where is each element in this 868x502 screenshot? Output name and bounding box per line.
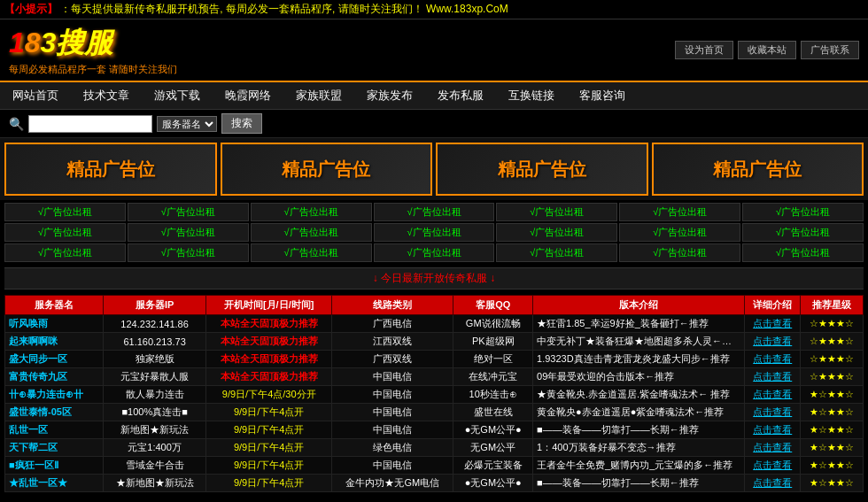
ad-banner-1[interactable]: 精品广告位 xyxy=(4,143,217,196)
th-time: 开机时间[月/日/时间] xyxy=(206,296,332,315)
search-type-select[interactable]: 服务器名 服务器IP xyxy=(157,116,217,132)
ad-cell-20[interactable]: √广告位出租 xyxy=(742,243,864,262)
nav-exchange[interactable]: 互换链接 xyxy=(496,82,567,109)
nav-clan-publish[interactable]: 家族发布 xyxy=(354,82,425,109)
ad-cell-9[interactable]: √广告位出租 xyxy=(251,223,372,242)
ad-cell-8[interactable]: √广告位出租 xyxy=(128,223,249,242)
server-name-2[interactable]: 盛大同步一区 xyxy=(5,351,104,368)
header-right: 设为首页 收藏本站 广告联系 xyxy=(675,41,859,59)
server-stars-6: ★☆★★☆ xyxy=(801,421,864,439)
server-ip-8: 雪域金牛合击 xyxy=(104,457,206,475)
th-view: 详细介绍 xyxy=(745,296,801,315)
ad-cell-0[interactable]: √广告位出租 xyxy=(4,203,126,221)
server-desc-5: 黄金靴央●赤金道遥居●紫金嗜魂法术←推荐 xyxy=(533,404,745,421)
server-view-4[interactable]: 点击查看 xyxy=(745,386,801,404)
ad-cell-17[interactable]: √广告位出租 xyxy=(374,243,495,262)
ad-cell-7[interactable]: √广告位出租 xyxy=(4,223,126,242)
set-homepage-button[interactable]: 设为首页 xyxy=(675,41,733,59)
nav-wanxia[interactable]: 晚霞网络 xyxy=(213,82,283,109)
server-view-1[interactable]: 点击查看 xyxy=(745,333,801,351)
ad-cell-6[interactable]: √广告位出租 xyxy=(742,203,864,221)
server-stars-9: ★☆★★☆ xyxy=(801,475,864,492)
nav-bar: 网站首页 技术文章 游戏下载 晚霞网络 家族联盟 家族发布 发布私服 互换链接 … xyxy=(0,81,868,110)
ad-contact-button[interactable]: 广告联系 xyxy=(801,41,859,59)
ad-cell-5[interactable]: √广告位出租 xyxy=(619,203,740,221)
server-view-8[interactable]: 点击查看 xyxy=(745,457,801,475)
ad-section: 精品广告位 精品广告位 精品广告位 精品广告位 xyxy=(0,138,868,200)
ad-cell-18[interactable]: √广告位出租 xyxy=(496,243,617,262)
ad-cell-14[interactable]: √广告位出租 xyxy=(4,243,126,262)
ad-cell-16[interactable]: √广告位出租 xyxy=(251,243,372,262)
server-line-7: 绿色电信 xyxy=(332,439,453,457)
server-qq-4: 10秒连击⊕ xyxy=(453,386,533,404)
server-stars-5: ★☆★★☆ xyxy=(801,404,864,421)
server-ip-6: 新地图★新玩法 xyxy=(104,421,206,439)
table-header-row: 服务器名 服务器IP 开机时间[月/日/时间] 线路类别 客服QQ 版本介绍 详… xyxy=(5,296,864,315)
ad-cell-15[interactable]: √广告位出租 xyxy=(128,243,249,262)
server-name-0[interactable]: 听风唤雨 xyxy=(5,315,104,333)
server-view-2[interactable]: 点击查看 xyxy=(745,351,801,368)
server-view-6[interactable]: 点击查看 xyxy=(745,421,801,439)
logo-text: 183搜服 xyxy=(9,24,177,63)
server-line-3: 中国电信 xyxy=(332,368,453,386)
server-desc-2: 1.9323D真连击青龙雷龙炎龙盛大同步←推荐 xyxy=(533,351,745,368)
ad-cell-12[interactable]: √广告位出租 xyxy=(619,223,740,242)
ad-banner-3[interactable]: 精品广告位 xyxy=(436,143,648,196)
server-line-5: 中国电信 xyxy=(332,404,453,421)
nav-tech[interactable]: 技术文章 xyxy=(71,82,142,109)
ad-grid: √广告位出租√广告位出租√广告位出租√广告位出租√广告位出租√广告位出租√广告位… xyxy=(0,200,868,265)
ad-cell-11[interactable]: √广告位出租 xyxy=(496,223,617,242)
nav-clan[interactable]: 家族联盟 xyxy=(283,82,354,109)
table-row: 乱世一区 新地图★新玩法 9/9日/下午4点开 中国电信 ●无GM公平● ■——… xyxy=(5,421,864,439)
ad-cell-13[interactable]: √广告位出租 xyxy=(742,223,864,242)
server-qq-3: 在线冲元宝 xyxy=(453,368,533,386)
table-row: 天下帮二区 元宝1:400万 9/9日/下午4点开 绿色电信 无GM公平 1：4… xyxy=(5,439,864,457)
ad-banner-row: 精品广告位 精品广告位 精品广告位 精品广告位 xyxy=(4,143,864,196)
server-name-8[interactable]: ■疯狂一区Ⅱ xyxy=(5,457,104,475)
server-ip-3: 元宝好暴散人服 xyxy=(104,368,206,386)
table-row: 盛大同步一区 独家绝版 本站全天固顶极力推荐 广西双线 绝对一区 1.9323D… xyxy=(5,351,864,368)
ad-cell-4[interactable]: √广告位出租 xyxy=(496,203,617,221)
ad-cell-1[interactable]: √广告位出租 xyxy=(128,203,249,221)
server-view-9[interactable]: 点击查看 xyxy=(745,475,801,492)
server-name-7[interactable]: 天下帮二区 xyxy=(5,439,104,457)
ad-cell-10[interactable]: √广告位出租 xyxy=(374,223,495,242)
ad-cell-2[interactable]: √广告位出租 xyxy=(251,203,372,221)
server-ip-7: 元宝1:400万 xyxy=(104,439,206,457)
server-time-1: 本站全天固顶极力推荐 xyxy=(206,333,332,351)
server-desc-7: 1：400万装备好暴不变态→推荐 xyxy=(533,439,745,457)
ad-cell-3[interactable]: √广告位出租 xyxy=(374,203,495,221)
bookmark-button[interactable]: 收藏本站 xyxy=(738,41,796,59)
server-desc-8: 王者金牛全免费_赌博内功_元宝爆的多←推荐 xyxy=(533,457,745,475)
section-title: ↓ 今日最新开放传奇私服 ↓ xyxy=(4,267,864,290)
th-stars: 推荐星级 xyxy=(801,296,864,315)
ad-cell-19[interactable]: √广告位出租 xyxy=(619,243,740,262)
server-view-0[interactable]: 点击查看 xyxy=(745,315,801,333)
nav-home[interactable]: 网站首页 xyxy=(0,82,71,109)
ad-banner-2[interactable]: 精品广告位 xyxy=(221,143,433,196)
server-qq-9: ●无GM公平● xyxy=(453,475,533,492)
server-qq-1: PK超级网 xyxy=(453,333,533,351)
server-ip-5: ■100%真连击■ xyxy=(104,404,206,421)
ad-banner-4[interactable]: 精品广告位 xyxy=(652,143,864,196)
server-name-3[interactable]: 富贵传奇九区 xyxy=(5,368,104,386)
server-time-5: 9/9日/下午4点开 xyxy=(206,404,332,421)
server-name-9[interactable]: ★乱世一区★ xyxy=(5,475,104,492)
server-name-4[interactable]: 卄⊕暴力连击⊕卄 xyxy=(5,386,104,404)
server-view-3[interactable]: 点击查看 xyxy=(745,368,801,386)
server-name-6[interactable]: 乱世一区 xyxy=(5,421,104,439)
server-time-3: 本站全天固顶极力推荐 xyxy=(206,368,332,386)
search-button[interactable]: 搜索 xyxy=(221,113,262,134)
nav-support[interactable]: 客服咨询 xyxy=(567,82,638,109)
search-input[interactable] xyxy=(28,115,152,133)
table-row: ■疯狂一区Ⅱ 雪域金牛合击 9/9日/下午4点开 中国电信 必爆元宝装备 王者金… xyxy=(5,457,864,475)
nav-download[interactable]: 游戏下载 xyxy=(142,82,213,109)
server-name-1[interactable]: 起来啊啊咪 xyxy=(5,333,104,351)
server-view-5[interactable]: 点击查看 xyxy=(745,404,801,421)
server-qq-2: 绝对一区 xyxy=(453,351,533,368)
server-name-5[interactable]: 盛世泰情-05区 xyxy=(5,404,104,421)
nav-publish[interactable]: 发布私服 xyxy=(425,82,496,109)
server-qq-8: 必爆元宝装备 xyxy=(453,457,533,475)
table-row: 卄⊕暴力连击⊕卄 散人暴力连击 9/9日/下午4点/30分开 中国电信 10秒连… xyxy=(5,386,864,404)
server-view-7[interactable]: 点击查看 xyxy=(745,439,801,457)
